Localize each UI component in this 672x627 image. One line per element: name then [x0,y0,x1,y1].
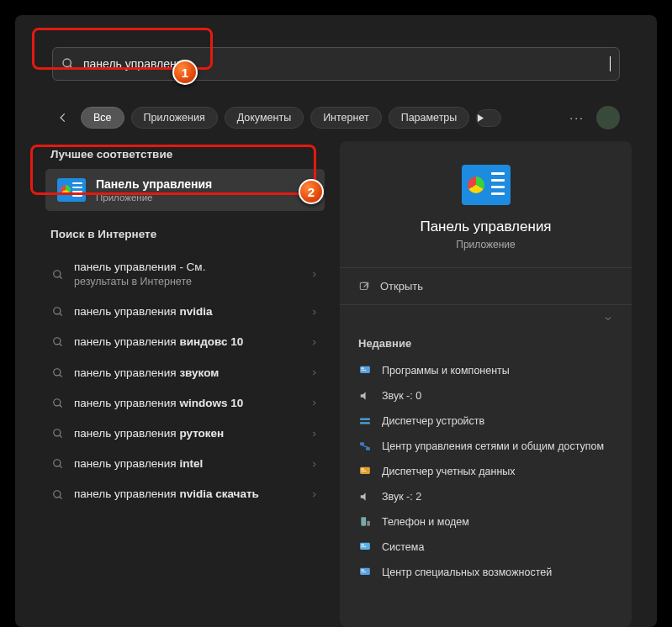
chevron-right-icon [310,430,318,438]
sound-icon [358,490,372,503]
recent-item-label: Звук -: 0 [382,390,421,402]
preview-panel: Панель управления Приложение Открыть Нед… [340,141,632,627]
chevron-right-icon [310,369,318,377]
svg-line-16 [60,466,62,468]
filter-all[interactable]: Все [81,107,124,129]
svg-point-11 [54,399,61,406]
account-avatar[interactable] [596,106,620,129]
web-result-text: панель управления nvidia [74,304,300,319]
svg-line-1 [70,66,72,68]
best-match-subtitle: Приложение [96,192,212,203]
annotation-marker-1: 1 [172,60,198,85]
credentials-icon [358,465,372,478]
recent-item-label: Звук -: 2 [382,491,421,503]
best-match-item[interactable]: Панель управления Приложение [45,169,325,211]
recent-list: Программы и компонентыЗвук -: 0Диспетчер… [340,358,632,585]
recent-item[interactable]: Телефон и модем [347,509,625,535]
recent-item[interactable]: Программы и компоненты [347,358,625,383]
recent-item[interactable]: Диспетчер учетных данных [347,459,625,484]
search-icon [52,489,64,501]
search-bar[interactable] [52,47,620,81]
svg-line-14 [60,435,62,438]
web-result-item[interactable]: панель управления - См.результаты в Инте… [40,252,330,297]
web-result-item[interactable]: панель управления виндовс 10 [40,327,330,357]
recent-item-label: Телефон и модем [382,516,469,528]
svg-line-10 [60,374,62,377]
control-panel-icon [57,178,86,202]
programs-icon [358,364,372,377]
devices-icon [358,414,372,428]
search-icon [52,367,64,379]
svg-point-5 [54,308,61,314]
recent-item[interactable]: Центр специальных возможностей [347,560,625,585]
filter-web[interactable]: Интернет [310,107,382,129]
svg-rect-27 [360,442,364,445]
svg-rect-23 [361,370,366,371]
overflow-button[interactable]: ··· [564,111,590,124]
svg-point-15 [54,460,61,466]
web-result-item[interactable]: панель управления nvidia [40,297,330,327]
svg-rect-19 [360,282,367,289]
section-web-search: Поиск в Интернете [40,221,330,249]
chevron-right-icon [310,461,318,468]
filter-more[interactable] [476,109,501,127]
search-icon [52,336,64,348]
web-result-text: панель управления windows 10 [74,396,300,411]
web-result-item[interactable]: панель управления звуком [40,358,330,388]
preview-title: Панель управления [420,219,551,235]
sound-icon [358,389,372,403]
filter-settings[interactable]: Параметры [389,107,470,129]
recent-item-label: Центр управления сетями и общим доступом [382,440,604,452]
search-icon [52,398,64,409]
web-result-text: панель управления звуком [74,366,300,381]
chevron-right-icon [310,399,318,407]
search-icon [52,428,64,440]
svg-rect-37 [361,545,364,545]
svg-rect-31 [361,469,364,470]
svg-line-4 [60,276,62,278]
svg-point-9 [54,368,61,375]
search-icon [61,57,75,71]
svg-marker-33 [361,493,366,500]
svg-point-7 [54,338,61,345]
svg-rect-21 [360,366,370,373]
open-icon [358,281,370,292]
web-result-item[interactable]: панель управления intel [40,449,330,479]
recent-item[interactable]: Звук -: 2 [347,484,625,509]
recent-item[interactable]: Звук -: 0 [347,383,625,408]
best-match-title: Панель управления [96,177,212,191]
recent-item[interactable]: Центр управления сетями и общим доступом [347,434,625,459]
web-result-item[interactable]: панель управления nvidia скачать [40,479,330,509]
network-icon [358,440,372,453]
recent-item[interactable]: Система [347,535,625,560]
svg-point-0 [63,59,71,66]
preview-app-icon [462,165,511,205]
svg-point-3 [54,270,61,277]
svg-rect-41 [361,572,366,572]
svg-point-17 [54,490,61,497]
results-panel: Лучшее соответствие Панель управления Пр… [40,141,336,627]
web-result-item[interactable]: панель управления рутокен [40,419,330,449]
chevron-right-icon [310,339,318,346]
web-result-text: панель управления nvidia скачать [74,487,300,502]
web-result-text: панель управления intel [74,456,300,472]
expand-row[interactable] [340,305,632,329]
annotation-marker-2: 2 [299,179,324,204]
web-result-item[interactable]: панель управления windows 10 [40,388,330,419]
search-input[interactable] [83,57,610,71]
svg-rect-32 [361,471,366,472]
chevron-right-icon [310,491,318,498]
text-cursor [610,56,611,71]
web-results-list: панель управления - См.результаты в Инте… [40,252,330,510]
search-icon [52,458,64,470]
svg-line-8 [60,344,62,346]
svg-rect-28 [366,447,370,450]
recent-item[interactable]: Диспетчер устройств [347,408,625,434]
filter-bar: Все Приложения Документы Интернет Параме… [52,103,620,133]
filter-docs[interactable]: Документы [225,107,304,129]
filter-apps[interactable]: Приложения [131,107,218,129]
open-action[interactable]: Открыть [340,268,632,304]
back-button[interactable] [52,107,74,129]
open-label: Открыть [380,280,423,292]
recent-item-label: Система [382,541,424,553]
